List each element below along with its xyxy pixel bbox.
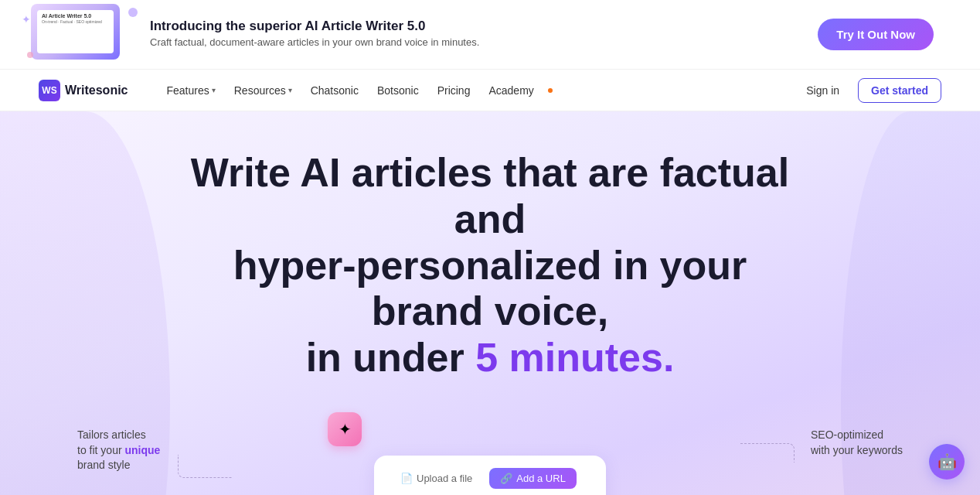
hero-title-line2: hyper-personalized in your brand voice, <box>233 243 747 334</box>
dot-accent2 <box>27 52 33 58</box>
nav-botsonic-label: Botsonic <box>377 84 419 97</box>
add-url-tab[interactable]: 🔗 Add a URL <box>489 468 577 489</box>
nav-item-chatsonic[interactable]: Chatsonic <box>303 80 366 101</box>
dashed-line-brand-style <box>178 455 232 478</box>
annotation-seo-optimized: SEO-optimizedwith your keywords <box>811 428 903 458</box>
annotation-brand-style: Tailors articlesto fit your uniquebrand … <box>77 428 160 473</box>
upload-tabs: 📄 Upload a file 🔗 Add a URL <box>390 468 590 489</box>
mockup-inner: AI Article Writer 5.0 On-trend · Factual… <box>37 10 114 53</box>
nav-academy-label: Academy <box>488 84 533 97</box>
nav-chatsonic-label: Chatsonic <box>311 84 359 97</box>
chat-widget-button[interactable]: 🤖 <box>929 444 965 480</box>
nav-pricing-label: Pricing <box>437 84 471 97</box>
upload-file-tab[interactable]: 📄 Upload a file <box>390 468 483 489</box>
nav-notification-dot <box>548 88 553 93</box>
nav-features-label: Features <box>167 84 209 97</box>
upload-file-icon: 📄 <box>400 473 413 484</box>
hero-content: Tailors articlesto fit your uniquebrand … <box>31 412 949 495</box>
hero-title-highlight: 5 minutes. <box>475 335 674 380</box>
banner-left: ✦ AI Article Writer 5.0 On-trend · Factu… <box>31 4 479 66</box>
getstarted-button[interactable]: Get started <box>858 78 941 103</box>
banner-description: Craft factual, document-aware articles i… <box>150 36 479 50</box>
ui-mockup: ✦ 📄 Upload a file 🔗 Add a URL Enter a UR… <box>312 412 668 495</box>
hero-title-line1: Write AI articles that are factual and <box>191 150 790 241</box>
promo-banner: ✦ AI Article Writer 5.0 On-trend · Factu… <box>0 0 980 70</box>
hero-section: Write AI articles that are factual and h… <box>0 111 980 495</box>
nav-item-features[interactable]: Features ▾ <box>159 80 223 101</box>
logo-icon: WS <box>39 80 60 101</box>
banner-cta-button[interactable]: Try It Out Now <box>818 19 934 50</box>
hero-title: Write AI articles that are factual and h… <box>189 150 791 381</box>
logo-initials: WS <box>42 85 56 96</box>
add-url-icon: 🔗 <box>500 473 512 484</box>
main-navbar: WS Writesonic Features ▾ Resources ▾ Cha… <box>0 70 980 111</box>
chat-widget-icon: 🤖 <box>937 452 957 471</box>
annotation-left1-highlight: unique <box>124 444 160 456</box>
nav-item-pricing[interactable]: Pricing <box>430 80 478 101</box>
annotation-left1-suffix: brand style <box>77 459 130 471</box>
cross-decoration: ✦ <box>22 13 31 26</box>
resources-chevron-icon: ▾ <box>288 86 292 94</box>
nav-item-botsonic[interactable]: Botsonic <box>369 80 427 101</box>
nav-resources-label: Resources <box>234 84 286 97</box>
banner-title: Introducing the superior AI Article Writ… <box>150 19 479 34</box>
nav-item-academy[interactable]: Academy <box>481 80 541 101</box>
floating-sparkle-icon: ✦ <box>328 412 362 446</box>
annotation-right1-text: SEO-optimizedwith your keywords <box>811 428 903 456</box>
nav-logo[interactable]: WS Writesonic <box>39 80 128 101</box>
nav-right: Sign in Get started <box>797 78 941 103</box>
features-chevron-icon: ▾ <box>212 86 216 94</box>
nav-item-resources[interactable]: Resources ▾ <box>226 80 300 101</box>
mockup-sub: On-trend · Factual · SEO optimized <box>42 19 109 24</box>
add-url-label: Add a URL <box>516 473 566 484</box>
dot-accent <box>128 8 138 17</box>
mockup-title: AI Article Writer 5.0 <box>42 13 109 19</box>
signin-button[interactable]: Sign in <box>797 80 849 101</box>
dashed-line-seo <box>740 443 795 463</box>
logo-text: Writesonic <box>65 84 128 97</box>
upload-file-label: Upload a file <box>417 473 472 484</box>
nav-links: Features ▾ Resources ▾ Chatsonic Botsoni… <box>159 80 773 101</box>
hero-title-line3-prefix: in under <box>306 335 476 380</box>
banner-text: Introducing the superior AI Article Writ… <box>150 19 479 50</box>
article-writer-mockup: AI Article Writer 5.0 On-trend · Factual… <box>31 4 120 60</box>
upload-card: 📄 Upload a file 🔗 Add a URL Enter a URL:… <box>374 456 606 495</box>
banner-mockup-image: ✦ AI Article Writer 5.0 On-trend · Factu… <box>31 4 131 66</box>
